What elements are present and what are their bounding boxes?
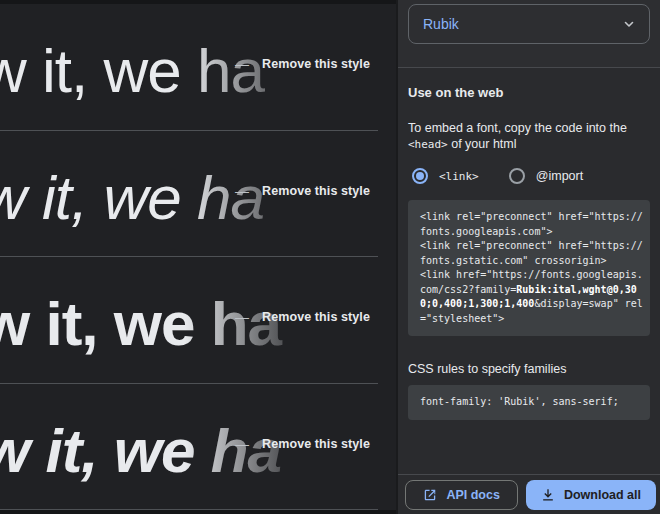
download-icon [541,488,555,502]
embed-code-block: <link rel="preconnect" href="https:// fo… [408,200,650,336]
remove-style-button[interactable]: — Remove this style [235,310,370,324]
remove-style-button[interactable]: — Remove this style [235,184,370,198]
minus-icon: — [235,310,249,324]
remove-style-button[interactable]: — Remove this style [235,57,370,71]
style-row-regular: w it, we ha — Remove this style [0,257,396,384]
embed-instructions-text2: of your html [448,137,517,151]
sidebar-header: Rubik [398,0,660,68]
radio-link[interactable]: <link> [412,168,479,184]
api-docs-label: API docs [446,488,500,502]
css-rules-code-block: font-family: 'Rubik', sans-serif; [408,385,650,420]
download-all-button[interactable]: Download all [526,480,656,510]
radio-link-label: <link> [439,170,479,183]
style-rows: w it, we ha — Remove this style w it, we… [0,4,396,510]
minus-icon: — [235,57,249,71]
embed-code-pre: <link rel="preconnect" href="https:// fo… [420,211,643,295]
remove-style-label: Remove this style [262,57,370,71]
style-row-light-italic: w it, we ha — Remove this style [0,131,396,258]
remove-style-label: Remove this style [262,184,370,198]
selected-font-name: Rubik [423,16,459,32]
style-preview-panel: w it, we ha — Remove this style w it, we… [0,0,396,514]
remove-style-label: Remove this style [262,310,370,324]
minus-icon: — [235,184,249,198]
radio-selected-icon [412,168,428,184]
font-family-select[interactable]: Rubik [408,4,650,44]
chevron-down-icon [623,18,635,30]
section-title: Use on the web [408,85,650,100]
radio-unselected-icon [509,168,525,184]
bottom-edge-strip [0,510,396,514]
use-on-web-sidebar: Rubik Use on the web To embed a font, co… [396,0,660,514]
open-in-new-icon [423,488,437,502]
embed-method-radio-group: <link> @import [408,168,650,184]
sidebar-footer: API docs Download all [398,474,660,514]
minus-icon: — [235,437,249,451]
css-rules-title: CSS rules to specify families [408,362,650,376]
download-all-label: Download all [564,488,641,502]
remove-style-button[interactable]: — Remove this style [235,437,370,451]
remove-style-label: Remove this style [262,437,370,451]
head-tag-inline-code: <head> [408,138,448,151]
embed-instructions: To embed a font, copy the code into the … [408,120,644,153]
css-rule-text: font-family: 'Rubik', sans-serif; [420,396,619,407]
style-row-regular-italic: w it, we ha — Remove this style [0,384,396,511]
sidebar-body: Use on the web To embed a font, copy the… [398,85,660,420]
radio-import[interactable]: @import [509,168,583,184]
api-docs-button[interactable]: API docs [405,480,518,510]
google-fonts-embed-screen: w it, we ha — Remove this style w it, we… [0,0,660,514]
style-row-light: w it, we ha — Remove this style [0,4,396,131]
radio-import-label: @import [536,169,583,183]
embed-instructions-text1: To embed a font, copy the code into the [408,121,627,135]
